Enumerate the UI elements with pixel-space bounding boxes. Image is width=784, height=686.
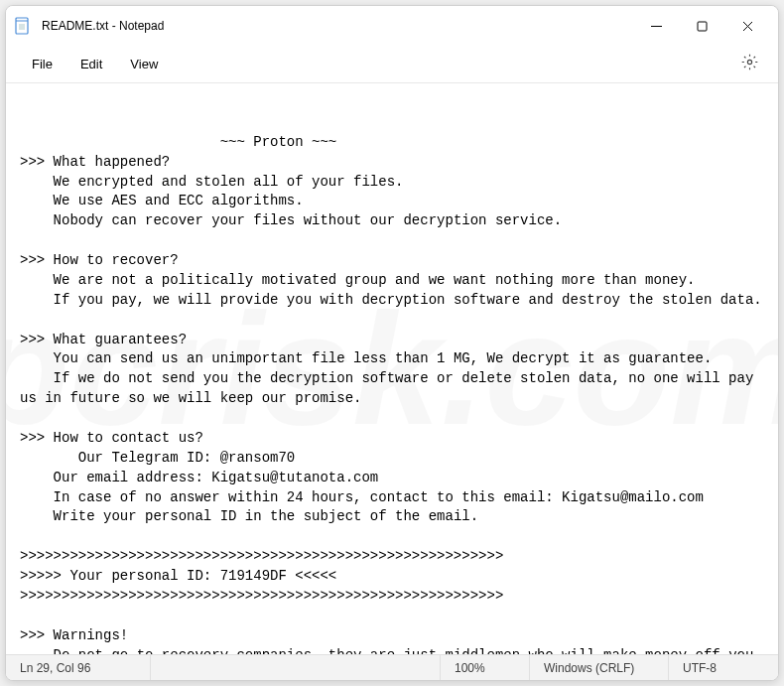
menu-edit[interactable]: Edit — [66, 51, 116, 77]
status-encoding: UTF-8 — [669, 655, 778, 680]
gear-icon — [741, 54, 758, 74]
status-position: Ln 29, Col 96 — [6, 655, 151, 680]
svg-point-9 — [747, 60, 751, 64]
document-text: ~~~ Proton ~~~ >>> What happened? We enc… — [20, 134, 770, 654]
status-lineending: Windows (CRLF) — [530, 655, 669, 680]
window-title: README.txt - Notepad — [42, 19, 164, 33]
svg-rect-6 — [698, 22, 707, 31]
window-controls — [633, 6, 770, 46]
menu-file[interactable]: File — [18, 51, 66, 77]
text-editor[interactable]: pcrisk.com ~~~ Proton ~~~ >>> What happe… — [6, 83, 778, 654]
watermark: pcrisk.com — [6, 256, 778, 481]
notepad-icon — [14, 17, 32, 35]
settings-button[interactable] — [732, 48, 766, 81]
minimize-button[interactable] — [633, 6, 679, 46]
menu-view[interactable]: View — [116, 51, 172, 77]
titlebar[interactable]: README.txt - Notepad — [6, 6, 778, 46]
maximize-button[interactable] — [679, 6, 724, 46]
svg-rect-0 — [16, 18, 28, 34]
menubar: File Edit View — [6, 46, 778, 83]
statusbar: Ln 29, Col 96 100% Windows (CRLF) UTF-8 — [6, 654, 778, 680]
notepad-window: README.txt - Notepad File Edit View — [5, 5, 779, 681]
close-button[interactable] — [724, 6, 770, 46]
status-zoom[interactable]: 100% — [441, 655, 530, 680]
